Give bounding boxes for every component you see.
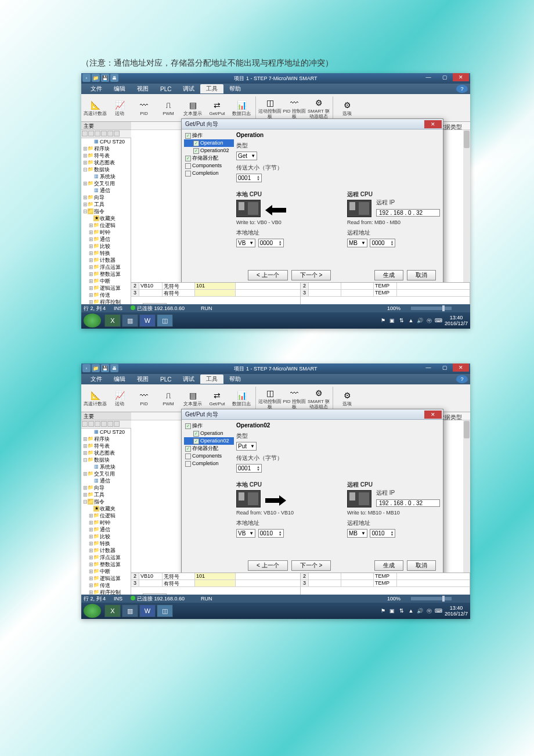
ribbon-item[interactable]: ◫运动控制面板 [258, 387, 282, 409]
taskbar-word-icon[interactable]: W [139, 314, 156, 327]
table-cell[interactable]: TEMP [374, 290, 397, 296]
ribbon-item[interactable]: 📐高速计数器 [84, 99, 107, 116]
table-cell[interactable]: TEMP [374, 580, 397, 586]
expand-icon[interactable]: ⊞ [88, 519, 93, 526]
tree-item[interactable]: ⊞📁位逻辑 [81, 512, 131, 519]
ribbon-item[interactable]: 📈运动 [108, 390, 131, 406]
table-cell[interactable]: 3 [301, 290, 309, 296]
tree-item[interactable]: ▥系统块 [81, 463, 131, 470]
expand-icon[interactable]: ⊟ [82, 498, 88, 505]
ribbon-item[interactable]: ⚙SMART 驱动器组态 [307, 97, 330, 119]
maximize-button[interactable]: ▢ [436, 363, 453, 372]
expand-icon[interactable]: ⊞ [88, 526, 93, 533]
table-cell[interactable]: TEMP [374, 573, 397, 579]
tree-item[interactable]: ⊞📁状态图表 [81, 449, 131, 456]
table-cell[interactable]: 3 [131, 580, 139, 586]
side-tb-icon[interactable] [82, 421, 88, 427]
expand-icon[interactable]: ⊞ [82, 159, 88, 166]
next-button[interactable]: 下一个 > [291, 270, 331, 280]
side-tb-icon[interactable] [82, 131, 88, 136]
tree-item[interactable]: ⊞📁向导 [81, 194, 131, 201]
type-select[interactable]: Put▼ [236, 442, 257, 451]
tree-item[interactable]: ⊞📁计数器 [81, 257, 131, 264]
tree-item[interactable]: ⊞📁比较 [81, 243, 131, 250]
tray-network-icon[interactable]: ⇅ [398, 607, 405, 614]
tree-item[interactable]: ▦CPU ST20 [81, 138, 131, 145]
tree-item[interactable]: ⊞📁中断 [81, 278, 131, 285]
tray-network-icon[interactable]: ⇅ [398, 317, 405, 324]
tree-item[interactable]: ⊞📁时钟 [81, 229, 131, 236]
expand-icon[interactable]: ⊞ [82, 491, 88, 498]
table-cell[interactable]: 有符号 [163, 290, 195, 296]
project-tree[interactable]: ▦CPU ST20⊞📁程序块⊞📁符号表⊞📁状态图表⊟📁数据块▥系统块⊞📁交叉引用… [81, 429, 131, 603]
dialog-tree-item[interactable]: ✓存储器分配 [184, 154, 234, 162]
tree-item[interactable]: ⊞📁时钟 [81, 519, 131, 526]
tree-item[interactable]: ★收藏夹 [81, 215, 131, 222]
help-icon[interactable]: ? [456, 85, 468, 93]
menu-item[interactable]: 视图 [131, 84, 154, 93]
ribbon-item[interactable]: ▤文本显示 [181, 390, 204, 406]
tray-clock[interactable]: 13:40 2016/12/7 [445, 605, 468, 617]
menu-item[interactable]: PLC [154, 85, 177, 93]
expand-icon[interactable]: ⊞ [82, 435, 88, 442]
dialog-tree-item[interactable]: ✓操作 [184, 422, 234, 430]
dialog-nav-tree[interactable]: ✓操作✓Operation✓Operation02✓存储器分配Component… [184, 132, 234, 284]
expand-icon[interactable]: ⊞ [88, 561, 93, 568]
ribbon-item[interactable]: ⎍PWM [157, 99, 180, 116]
expand-icon[interactable]: ⊟ [82, 166, 88, 173]
prev-button[interactable]: < 上一个 [248, 270, 288, 280]
menu-item[interactable]: 编辑 [108, 84, 131, 93]
expand-icon[interactable]: ⊞ [88, 257, 93, 264]
table-cell[interactable]: 101 [195, 573, 236, 579]
table-cell[interactable] [139, 290, 163, 296]
remote-ip-field[interactable]: 192 . 168 . 0 . 32 [376, 209, 440, 217]
tree-item[interactable]: ⊞📁中断 [81, 568, 131, 575]
table-row[interactable]: 3有符号 [131, 290, 300, 297]
size-spinner[interactable]: 0001▲▼ [236, 464, 262, 473]
table-cell[interactable] [309, 283, 341, 289]
close-button[interactable]: ✕ [453, 73, 469, 81]
dialog-tree-item[interactable]: ✓Operation02 [184, 437, 234, 445]
taskbar-word-icon[interactable]: W [139, 604, 156, 617]
menu-item[interactable]: 视图 [131, 375, 154, 384]
side-tb-icon[interactable] [88, 131, 94, 136]
qat-print-icon[interactable]: 🖶 [110, 74, 118, 82]
table-cell[interactable]: 2 [131, 573, 139, 579]
qat-save-icon[interactable]: 💾 [101, 74, 109, 82]
table-row[interactable]: 3TEMP [301, 580, 470, 587]
local-addr-number[interactable]: 0010▲▼ [258, 529, 284, 538]
table-cell[interactable]: 101 [195, 283, 236, 289]
tray-volume-icon[interactable]: 🔊 [417, 317, 424, 324]
menu-item[interactable]: 工具 [200, 84, 223, 93]
tray-device-icon[interactable]: ▣ [389, 317, 396, 324]
tree-item[interactable]: ⊞📁逻辑运算 [81, 575, 131, 582]
vertical-scrollbar[interactable] [463, 130, 470, 282]
menu-item[interactable]: 帮助 [223, 84, 247, 93]
dialog-tree-item[interactable]: Completion [184, 170, 234, 177]
dialog-tree-item[interactable]: ✓Operation [184, 139, 234, 147]
tree-item[interactable]: ⊞📁位逻辑 [81, 222, 131, 229]
tray-input-icon[interactable]: ⌨ [435, 317, 442, 324]
ribbon-item[interactable]: 📐高速计数器 [84, 390, 107, 406]
table-cell[interactable] [195, 580, 236, 586]
tree-item[interactable]: ⊟📁数据块 [81, 166, 131, 173]
tree-item[interactable]: ⊞📁浮点运算 [81, 264, 131, 271]
minimize-button[interactable]: — [420, 363, 436, 372]
status-chart-grid[interactable]: 2VB10无符号1013有符号图表 12TEMP3TEMP [131, 573, 470, 595]
expand-icon[interactable]: ⊞ [88, 236, 93, 243]
project-tree[interactable]: ▦CPU ST20⊞📁程序块⊞📁符号表⊞📁状态图表⊟📁数据块▥系统块⊞📁交叉引用… [81, 138, 131, 312]
expand-icon[interactable]: ⊞ [88, 575, 93, 582]
remote-addr-type-select[interactable]: MB▼ [347, 239, 367, 247]
menu-item[interactable]: 文件 [85, 375, 108, 384]
tree-item[interactable]: ⊞📁程序块 [81, 145, 131, 152]
tree-item[interactable]: ⊞📁整数运算 [81, 561, 131, 568]
tree-item[interactable]: ⊟📁指令 [81, 498, 131, 505]
tree-item[interactable]: ⊞📁程序块 [81, 435, 131, 442]
status-chart-grid[interactable]: 2VB10无符号1013有符号图表 12TEMP3TEMP [131, 282, 470, 304]
close-button[interactable]: ✕ [453, 363, 469, 372]
ribbon-item[interactable]: ⚙SMART 驱动器组态 [307, 387, 330, 409]
expand-icon[interactable]: ⊞ [88, 582, 93, 589]
qat-save-icon[interactable]: 💾 [101, 364, 109, 372]
qat-open-icon[interactable]: 📁 [92, 74, 100, 82]
table-cell[interactable]: 有符号 [163, 580, 195, 586]
